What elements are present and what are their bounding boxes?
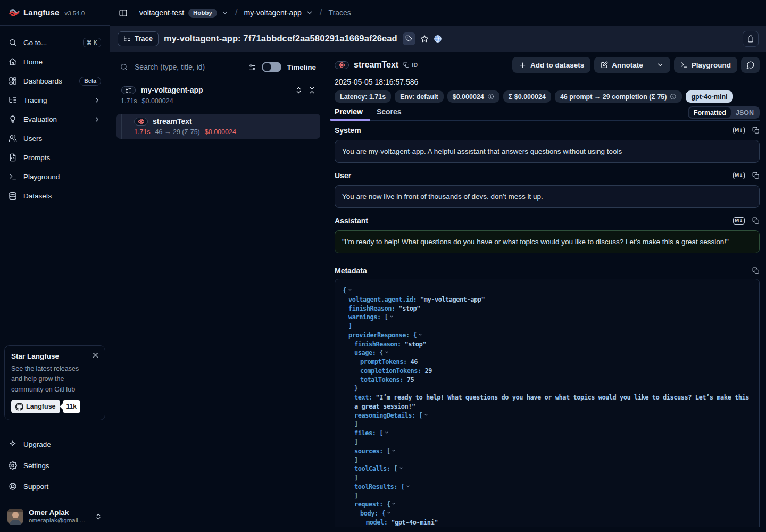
filter-settings-icon[interactable] xyxy=(248,63,256,71)
github-button-label: Langfuse xyxy=(26,403,56,410)
collapse-chevron-icon[interactable] xyxy=(417,330,422,339)
panel-left-icon[interactable] xyxy=(119,9,128,18)
json-line: } xyxy=(343,384,752,393)
app-name: Langfuse xyxy=(23,8,59,17)
json-line: model: "gpt-4o-mini" xyxy=(343,518,752,527)
sidebar-item-settings[interactable]: Settings xyxy=(4,455,105,476)
message-box-user: You are now live in front of thousands o… xyxy=(335,185,760,208)
breadcrumb-org[interactable]: voltagent-test xyxy=(139,9,184,17)
format-option-json[interactable]: JSON xyxy=(731,107,759,118)
breadcrumb-separator: / xyxy=(233,7,240,18)
collapse-chevron-icon[interactable] xyxy=(404,482,410,491)
chevron-right-icon xyxy=(93,115,101,123)
annotate-dropdown-button[interactable] xyxy=(650,57,670,73)
format-option-formatted[interactable]: Formatted xyxy=(689,107,731,118)
evaluation-icon xyxy=(9,115,17,123)
badge-label: Σ $0.000024 xyxy=(509,93,546,101)
sidebar-item-label: Dashboards xyxy=(23,77,62,85)
sidebar-item-users[interactable]: Users xyxy=(4,130,105,147)
tree-expand-actions xyxy=(295,86,319,94)
search-input[interactable]: Search (type, title, id) xyxy=(120,63,243,71)
sidebar-item-dashboards[interactable]: Dashboards Beta xyxy=(4,72,105,89)
github-star-count[interactable]: 11k xyxy=(63,400,80,413)
observation-detail-panel: streamText ID Add to datasets xyxy=(326,52,766,532)
github-star-widget[interactable]: Langfuse 11k xyxy=(11,400,98,413)
sidebar-item-playground[interactable]: Playground xyxy=(4,168,105,185)
sidebar-item-prompts[interactable]: Prompts xyxy=(4,149,105,166)
copy-icon[interactable] xyxy=(752,267,760,275)
section-title: User xyxy=(335,171,351,180)
json-line: toolResults: [ xyxy=(343,483,752,492)
user-name: Omer Aplak xyxy=(29,509,85,517)
sidebar-item-upgrade[interactable]: Upgrade xyxy=(4,434,105,454)
tag-icon xyxy=(405,35,412,42)
timeline-toggle[interactable] xyxy=(262,62,281,72)
breadcrumb-project[interactable]: my-voltagent-app xyxy=(244,9,302,17)
sidebar-item-datasets[interactable]: Datasets xyxy=(4,187,105,204)
metric-badge: Latency: 1.71s xyxy=(335,90,391,103)
sparkles-icon xyxy=(9,440,17,448)
collapse-chevron-icon[interactable] xyxy=(383,428,389,437)
globe-icon[interactable] xyxy=(434,35,442,43)
collapse-chevron-icon[interactable] xyxy=(397,464,403,473)
star-icon[interactable] xyxy=(420,35,429,43)
badge-label: $0.000024 xyxy=(453,93,484,101)
tag-button[interactable] xyxy=(403,32,415,45)
delete-trace-button[interactable] xyxy=(743,31,759,47)
metric-badge: $0.000024 xyxy=(447,90,499,103)
tab-preview[interactable]: Preview xyxy=(335,105,363,120)
observation-header: streamText ID Add to datasets xyxy=(335,57,760,73)
list-tree-icon xyxy=(123,35,131,43)
close-icon[interactable] xyxy=(91,351,99,359)
github-button[interactable]: Langfuse xyxy=(11,400,60,413)
breadcrumb-separator: / xyxy=(318,7,324,18)
sidebar-item-support[interactable]: Support xyxy=(4,477,105,496)
observation-title: streamText xyxy=(354,60,398,70)
tree-node-selected[interactable]: streamText 1.71s 46 → 29 (Σ 75) $0.00002… xyxy=(116,114,320,139)
tree-root-node[interactable]: my-voltagent-app xyxy=(116,84,320,96)
chevron-down-icon[interactable] xyxy=(221,9,229,16)
comments-button[interactable] xyxy=(741,57,760,73)
info-icon xyxy=(487,93,494,100)
trace-actions xyxy=(403,32,442,45)
user-account-row[interactable]: Omer Aplak omeraplak@gmail.... xyxy=(0,503,110,532)
sidebar: Langfuse v3.54.0 Go to... ⌘ K Home Dashb… xyxy=(0,0,110,532)
tree-root-metrics: 1.71s $0.000024 xyxy=(116,96,320,109)
sidebar-item-home[interactable]: Home xyxy=(4,53,105,70)
breadcrumb-section[interactable]: Traces xyxy=(328,9,351,17)
sidebar-item-label: Support xyxy=(23,483,48,491)
collapse-chevron-icon[interactable] xyxy=(388,312,394,321)
chevrons-up-down-icon[interactable] xyxy=(295,86,303,94)
playground-button[interactable]: Playground xyxy=(674,57,737,73)
trace-title: my-voltagent-app: 7f71abbdcef2aa580291a1… xyxy=(164,34,397,44)
markdown-icon[interactable]: M↓ xyxy=(733,127,745,134)
collapse-chevron-icon[interactable] xyxy=(383,348,389,357)
copy-icon[interactable] xyxy=(752,172,760,179)
sidebar-item-tracing[interactable]: Tracing xyxy=(4,92,105,109)
detail-tabs: PreviewScores FormattedJSON xyxy=(335,105,760,121)
tree-search-row: Search (type, title, id) Timeline xyxy=(110,52,326,82)
sidebar-item-evaluation[interactable]: Evaluation xyxy=(4,111,105,128)
collapse-chevron-icon[interactable] xyxy=(385,509,391,518)
prompts-icon xyxy=(9,153,17,162)
tab-scores[interactable]: Scores xyxy=(377,105,402,120)
markdown-icon[interactable]: M↓ xyxy=(733,172,745,179)
collapse-chevron-icon[interactable] xyxy=(390,500,396,509)
collapse-chevron-icon[interactable] xyxy=(346,286,352,295)
sidebar-bottom-menu: Upgrade Settings Support xyxy=(0,420,110,503)
collapse-chevron-icon[interactable] xyxy=(422,411,428,420)
json-line: promptTokens: 46 xyxy=(343,358,752,367)
annotate-button[interactable]: Annotate xyxy=(594,57,650,73)
markdown-icon[interactable]: M↓ xyxy=(733,217,745,225)
add-to-datasets-button[interactable]: Add to datasets xyxy=(512,57,590,73)
copy-icon[interactable] xyxy=(752,217,760,225)
timeline-label: Timeline xyxy=(287,63,316,71)
plan-badge: Hobby xyxy=(188,9,217,18)
chevron-down-icon[interactable] xyxy=(306,9,313,16)
json-line: body: { xyxy=(343,509,752,518)
sidebar-item-go-to[interactable]: Go to... ⌘ K xyxy=(4,34,105,51)
chevrons-down-up-icon[interactable] xyxy=(308,86,316,94)
collapse-chevron-icon[interactable] xyxy=(390,446,396,455)
copy-id-button[interactable]: ID xyxy=(403,62,418,68)
copy-icon[interactable] xyxy=(752,127,760,134)
